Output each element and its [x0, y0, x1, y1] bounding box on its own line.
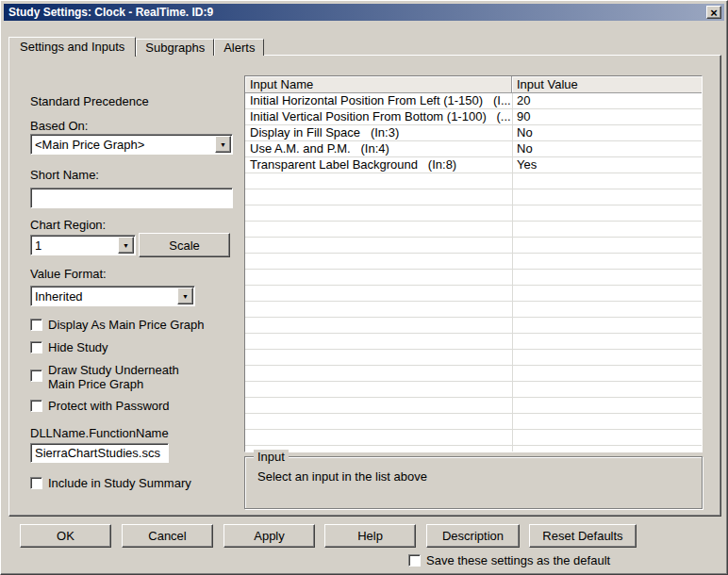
chevron-down-icon: ▼	[123, 242, 129, 249]
table-row[interactable]: Initial Horizontal Position From Left (1…	[245, 93, 702, 109]
scale-button[interactable]: Scale	[139, 233, 230, 257]
inputs-table: Input Name Input Value Initial Horizonta…	[244, 75, 703, 452]
column-header-input-value[interactable]: Input Value	[512, 76, 702, 93]
dll-function-name-label: DLLName.FunctionName	[30, 426, 169, 440]
input-name-cell: Initial Horizontal Position From Left (1…	[245, 93, 512, 109]
tab-strip: Settings and Inputs Subgraphs Alerts	[8, 36, 264, 56]
input-groupbox-message: Select an input in the list above	[257, 469, 427, 484]
draw-study-underneath-label: Draw Study Underneath Main Price Graph	[42, 363, 203, 391]
protect-with-password-label: Protect with Password	[42, 399, 170, 413]
save-settings-default-row: Save these settings as the default	[408, 553, 610, 567]
chart-region-dropdown-button[interactable]: ▼	[118, 237, 134, 254]
study-settings-dialog: Study Settings: Clock - RealTime. ID:9 ×…	[0, 0, 728, 575]
close-button[interactable]: ×	[706, 6, 721, 19]
input-value-cell: 20	[512, 93, 702, 109]
input-groupbox-legend: Input	[254, 450, 289, 464]
input-name-cell: Use A.M. and P.M. (In:4)	[245, 141, 512, 157]
display-as-main-price-graph-label: Display As Main Price Graph	[42, 318, 204, 332]
cancel-button[interactable]: Cancel	[122, 524, 213, 548]
ok-button[interactable]: OK	[20, 524, 111, 548]
inputs-table-header: Input Name Input Value	[245, 76, 702, 93]
include-in-study-summary-checkbox[interactable]	[30, 477, 42, 489]
value-format-value: Inherited	[31, 289, 177, 304]
input-name-cell: Initial Vertical Position From Bottom (1…	[245, 109, 512, 125]
column-header-input-name[interactable]: Input Name	[245, 76, 512, 93]
input-value-cell: Yes	[512, 157, 702, 173]
table-row[interactable]: Transparent Label Background (In:8) Yes	[245, 157, 702, 173]
tab-settings-and-inputs[interactable]: Settings and Inputs	[8, 37, 136, 57]
chart-region-combo[interactable]: 1 ▼	[30, 235, 136, 255]
input-name-cell: Transparent Label Background (In:8)	[245, 157, 512, 173]
include-in-study-summary-label: Include in Study Summary	[42, 476, 191, 490]
hide-study-checkbox[interactable]	[30, 341, 42, 353]
value-format-label: Value Format:	[30, 267, 107, 281]
based-on-dropdown-button[interactable]: ▼	[215, 136, 231, 153]
help-button[interactable]: Help	[324, 524, 416, 548]
description-button[interactable]: Description	[426, 524, 520, 548]
window-title: Study Settings: Clock - RealTime. ID:9	[4, 6, 213, 19]
dll-function-name-field[interactable]	[30, 443, 169, 463]
display-as-main-price-graph-checkbox[interactable]	[30, 319, 42, 331]
value-format-dropdown-button[interactable]: ▼	[177, 288, 193, 304]
draw-study-underneath-row: Draw Study Underneath Main Price Graph	[30, 363, 203, 391]
chart-region-value: 1	[31, 238, 118, 253]
display-as-main-price-graph-row: Display As Main Price Graph	[30, 318, 204, 332]
tab-panel: Standard Precedence Based On: <Main Pric…	[8, 55, 721, 517]
short-name-label: Short Name:	[30, 168, 99, 182]
title-bar[interactable]: Study Settings: Clock - RealTime. ID:9 ×	[4, 4, 724, 21]
input-value-cell: No	[512, 141, 702, 157]
value-format-combo[interactable]: Inherited ▼	[30, 286, 195, 306]
table-row[interactable]: Initial Vertical Position From Bottom (1…	[245, 109, 702, 125]
close-icon: ×	[710, 6, 718, 20]
input-groupbox: Input Select an input in the list above	[244, 456, 703, 509]
based-on-combo[interactable]: <Main Price Graph> ▼	[30, 134, 233, 155]
based-on-value: <Main Price Graph>	[31, 138, 215, 152]
chevron-down-icon: ▼	[220, 141, 226, 148]
table-row[interactable]: Display in Fill Space (In:3) No	[245, 125, 702, 141]
protect-with-password-checkbox[interactable]	[30, 400, 42, 412]
save-settings-default-checkbox[interactable]	[408, 554, 421, 567]
inputs-table-body: Initial Horizontal Position From Left (1…	[245, 93, 702, 452]
input-name-cell: Display in Fill Space (In:3)	[245, 125, 512, 141]
reset-defaults-button[interactable]: Reset Defaults	[529, 524, 637, 548]
table-row[interactable]: Use A.M. and P.M. (In:4) No	[245, 141, 702, 157]
tab-subgraphs[interactable]: Subgraphs	[136, 39, 214, 56]
apply-button[interactable]: Apply	[223, 524, 315, 548]
hide-study-label: Hide Study	[42, 340, 108, 354]
chevron-down-icon: ▼	[182, 293, 189, 300]
short-name-input[interactable]	[30, 188, 233, 208]
protect-with-password-row: Protect with Password	[30, 399, 170, 413]
include-in-study-summary-row: Include in Study Summary	[30, 476, 191, 490]
save-settings-default-label: Save these settings as the default	[421, 553, 610, 567]
input-value-cell: No	[512, 125, 702, 141]
chart-region-label: Chart Region:	[30, 218, 106, 232]
tab-alerts[interactable]: Alerts	[214, 39, 264, 56]
hide-study-row: Hide Study	[30, 340, 108, 354]
based-on-label: Based On:	[30, 119, 88, 133]
draw-study-underneath-checkbox[interactable]	[30, 370, 42, 382]
standard-precedence-text: Standard Precedence	[30, 94, 149, 108]
input-value-cell: 90	[512, 109, 702, 125]
